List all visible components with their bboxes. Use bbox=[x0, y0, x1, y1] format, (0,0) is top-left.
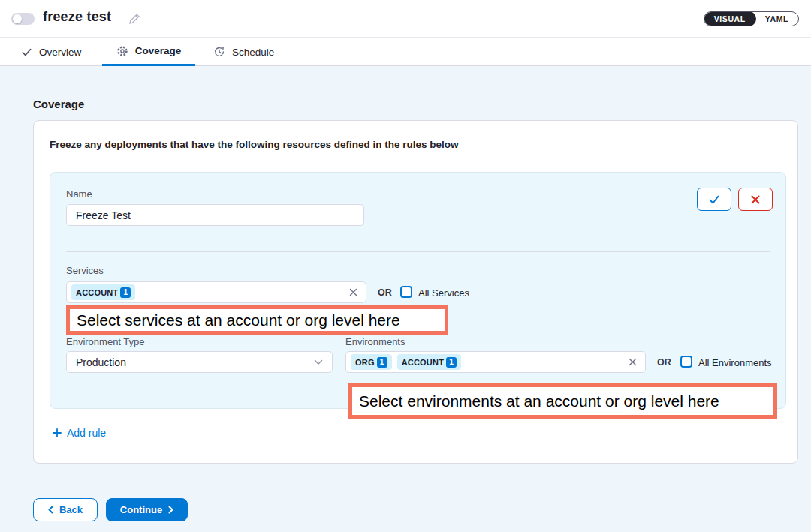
tab-coverage-label: Coverage bbox=[135, 45, 182, 56]
environment-type-value: Production bbox=[76, 356, 126, 368]
services-annotation-callout: Select services at an account or org lev… bbox=[66, 305, 448, 335]
rule-divider bbox=[66, 251, 770, 252]
page-title: Coverage bbox=[33, 98, 84, 110]
continue-button[interactable]: Continue bbox=[106, 498, 188, 521]
tab-coverage[interactable]: Coverage bbox=[102, 38, 195, 66]
environment-tag-count-badge: 1 bbox=[377, 357, 387, 368]
tab-overview[interactable]: Overview bbox=[21, 38, 81, 66]
confirm-check-icon bbox=[707, 194, 721, 206]
services-clear-icon[interactable] bbox=[348, 287, 358, 297]
cancel-rule-button[interactable] bbox=[738, 188, 773, 211]
environment-tag-label: ACCOUNT bbox=[402, 358, 444, 367]
header-bar: freeze test VISUAL YAML bbox=[0, 0, 811, 38]
services-or-label: OR bbox=[378, 287, 392, 298]
environment-type-select[interactable]: Production bbox=[66, 351, 333, 373]
yaml-toggle-option[interactable]: YAML bbox=[755, 12, 798, 26]
chevron-down-icon bbox=[314, 359, 323, 365]
services-label: Services bbox=[66, 265, 104, 276]
all-environments-checkbox[interactable] bbox=[680, 356, 692, 368]
all-services-checkbox[interactable] bbox=[400, 286, 412, 298]
service-tag-account[interactable]: ACCOUNT 1 bbox=[71, 284, 135, 300]
wizard-tabbar: Overview Coverage Schedule bbox=[0, 38, 811, 66]
gear-icon bbox=[116, 45, 128, 57]
name-label: Name bbox=[66, 188, 92, 200]
environment-tag-org[interactable]: ORG 1 bbox=[351, 354, 392, 370]
service-tag-count-badge: 1 bbox=[120, 287, 131, 298]
tab-schedule[interactable]: Schedule bbox=[213, 38, 274, 66]
environment-tag-count-badge: 1 bbox=[446, 357, 457, 368]
coverage-description: Freeze any deployments that have the fol… bbox=[50, 139, 459, 150]
toggle-knob bbox=[13, 14, 22, 23]
freeze-enable-toggle[interactable] bbox=[11, 13, 35, 25]
visual-yaml-toggle: VISUAL YAML bbox=[704, 11, 799, 26]
all-services-label: All Services bbox=[418, 287, 469, 299]
name-input[interactable]: Freeze Test bbox=[66, 204, 364, 226]
freeze-studio-page: freeze test VISUAL YAML Overview Coverag… bbox=[0, 0, 811, 532]
confirm-rule-button[interactable] bbox=[697, 188, 731, 211]
environment-tag-account[interactable]: ACCOUNT 1 bbox=[397, 354, 461, 370]
environments-label: Environments bbox=[345, 336, 405, 347]
environment-tag-label: ORG bbox=[355, 358, 375, 367]
clock-schedule-icon bbox=[213, 46, 225, 58]
add-rule-button[interactable]: Add rule bbox=[53, 427, 106, 439]
tab-schedule-label: Schedule bbox=[232, 47, 274, 58]
visual-toggle-option[interactable]: VISUAL bbox=[704, 11, 756, 26]
check-icon bbox=[21, 47, 32, 58]
tab-overview-label: Overview bbox=[39, 47, 81, 58]
environments-annotation-callout: Select environments at an account or org… bbox=[348, 383, 777, 419]
edit-title-icon[interactable] bbox=[128, 12, 141, 26]
environments-input[interactable]: ORG 1 ACCOUNT 1 bbox=[345, 351, 646, 373]
add-rule-label: Add rule bbox=[67, 427, 106, 439]
back-label: Back bbox=[59, 504, 83, 515]
environments-clear-icon[interactable] bbox=[628, 357, 638, 367]
all-environments-label: All Environments bbox=[698, 357, 772, 368]
name-value: Freeze Test bbox=[76, 209, 131, 221]
back-button[interactable]: Back bbox=[33, 498, 98, 521]
plus-icon bbox=[53, 428, 62, 437]
service-tag-label: ACCOUNT bbox=[76, 288, 118, 297]
environment-type-label: Environment Type bbox=[66, 336, 145, 347]
cancel-x-icon bbox=[750, 194, 761, 205]
chevron-left-icon bbox=[48, 506, 53, 514]
chevron-right-icon bbox=[168, 506, 173, 514]
services-input[interactable]: ACCOUNT 1 bbox=[66, 281, 366, 303]
continue-label: Continue bbox=[120, 504, 162, 515]
environments-or-label: OR bbox=[657, 357, 671, 368]
freeze-title: freeze test bbox=[43, 9, 111, 25]
